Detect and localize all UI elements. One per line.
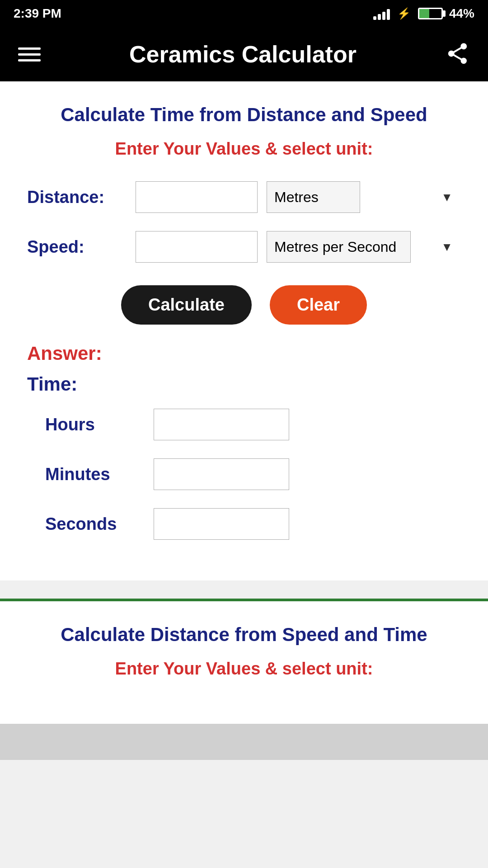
status-time: 2:39 PM xyxy=(14,6,61,21)
main-content: Calculate Time from Distance and Speed E… xyxy=(0,81,488,580)
status-bar: 2:39 PM ⚡ 44% xyxy=(0,0,488,27)
time-label: Time: xyxy=(27,373,461,395)
hours-label: Hours xyxy=(45,415,154,434)
speed-unit-wrapper: Metres per Second Kilometres per Hour Mi… xyxy=(267,231,461,263)
speed-row: Speed: Metres per Second Kilometres per … xyxy=(27,231,461,263)
status-right: ⚡ 44% xyxy=(373,6,474,21)
app-bar: Ceramics Calculator xyxy=(0,27,488,81)
answer-label: Answer: xyxy=(27,343,461,364)
button-row: Calculate Clear xyxy=(27,285,461,325)
app-title: Ceramics Calculator xyxy=(129,41,357,68)
distance-unit-wrapper: Metres Kilometres Miles Feet Centimetres xyxy=(267,181,461,213)
bottom-area xyxy=(0,724,488,760)
minutes-row: Minutes xyxy=(27,458,461,490)
seconds-result xyxy=(154,508,289,540)
battery-icon xyxy=(418,8,446,19)
minutes-label: Minutes xyxy=(45,465,154,484)
distance-row: Distance: Metres Kilometres Miles Feet C… xyxy=(27,181,461,213)
hours-row: Hours xyxy=(27,409,461,440)
section2: Calculate Distance from Speed and Time E… xyxy=(0,601,488,724)
signal-icon xyxy=(373,7,390,20)
distance-unit-select[interactable]: Metres Kilometres Miles Feet Centimetres xyxy=(267,181,360,213)
distance-input[interactable] xyxy=(136,181,258,213)
battery-container: 44% xyxy=(418,6,474,21)
section1-subtitle: Enter Your Values & select unit: xyxy=(27,139,461,159)
section2-subtitle: Enter Your Values & select unit: xyxy=(27,659,461,679)
section1-title: Calculate Time from Distance and Speed xyxy=(27,104,461,126)
seconds-label: Seconds xyxy=(45,514,154,534)
battery-percent: 44% xyxy=(449,6,474,21)
hours-result xyxy=(154,409,289,440)
seconds-row: Seconds xyxy=(27,508,461,540)
minutes-result xyxy=(154,458,289,490)
share-icon[interactable] xyxy=(445,41,470,68)
speed-label: Speed: xyxy=(27,237,127,257)
hamburger-menu-icon[interactable] xyxy=(18,47,41,61)
distance-label: Distance: xyxy=(27,188,127,207)
speed-unit-select[interactable]: Metres per Second Kilometres per Hour Mi… xyxy=(267,231,411,263)
charging-icon: ⚡ xyxy=(397,7,411,20)
section2-title: Calculate Distance from Speed and Time xyxy=(27,624,461,646)
speed-input[interactable] xyxy=(136,231,258,263)
clear-button[interactable]: Clear xyxy=(270,285,367,325)
calculate-button[interactable]: Calculate xyxy=(121,285,252,325)
